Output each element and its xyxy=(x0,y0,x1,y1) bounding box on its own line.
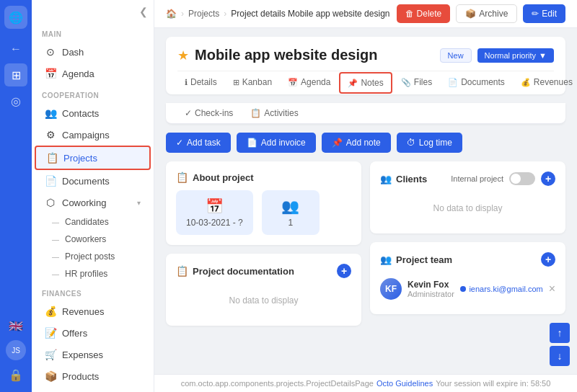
star-icon[interactable]: ★ xyxy=(177,48,189,63)
about-project-title-label: About project xyxy=(193,172,254,183)
activities-icon: 📋 xyxy=(250,108,261,118)
subtab-activities[interactable]: 📋 Activities xyxy=(243,103,305,123)
project-docs-title-label: Project documentation xyxy=(193,266,294,277)
subtab-checkins[interactable]: ✓ Check-ins xyxy=(177,103,240,123)
add-task-button[interactable]: ✓ Add task xyxy=(166,133,231,153)
scroll-down-button[interactable]: ↓ xyxy=(550,346,570,366)
scroll-buttons: ↑ ↓ xyxy=(550,323,570,366)
members-info-box: 👥 1 xyxy=(262,190,320,235)
scroll-up-button[interactable]: ↑ xyxy=(550,323,570,343)
member-email: ienars.ki@gmail.com xyxy=(460,285,542,293)
nav-projects[interactable]: 📋 Projects xyxy=(35,146,151,170)
tab-kanban[interactable]: ⊞ Kanban xyxy=(226,71,279,94)
project-docs-header: 📋 Project documentation + xyxy=(176,264,351,278)
sidebar-nav: ❮ MAIN ⊙ Dash 📅 Agenda COOPERATION 👥 Con… xyxy=(32,0,154,392)
clients-title: 👥 Clients xyxy=(380,174,427,184)
add-team-member-button[interactable]: + xyxy=(541,252,555,267)
nav-offers-label: Offers xyxy=(62,328,87,339)
nav-project-posts[interactable]: Project posts xyxy=(32,248,154,265)
breadcrumb-sep1: › xyxy=(181,9,184,19)
campaigns-icon: ⚙ xyxy=(45,129,56,141)
nav-agenda[interactable]: 📅 Agenda xyxy=(35,63,151,84)
coworking-icon: ⬡ xyxy=(45,197,56,208)
nav-offers[interactable]: 📝 Offers xyxy=(35,322,151,344)
email-dot-icon xyxy=(460,286,466,292)
documents-icon: 📄 xyxy=(45,175,56,187)
user-avatar-icon[interactable]: JS xyxy=(6,340,26,360)
priority-badge[interactable]: Normal priority ▼ xyxy=(477,48,554,63)
circle-icon[interactable]: ◎ xyxy=(4,89,27,112)
flag-icon[interactable]: 🇬🇧 xyxy=(4,314,27,337)
nav-dash-label: Dash xyxy=(62,47,84,58)
app-logo[interactable]: 🌐 xyxy=(4,6,27,29)
nav-documents-label: Documents xyxy=(62,176,110,187)
nav-coworking-label: Coworking xyxy=(62,197,106,208)
remove-member-button[interactable]: × xyxy=(549,282,555,295)
nav-dash[interactable]: ⊙ Dash xyxy=(35,41,151,63)
expenses-icon: 🛒 xyxy=(45,349,56,360)
nav-revenues[interactable]: 💰 Revenues xyxy=(35,300,151,322)
project-area: ★ Mobile app website design New Normal p… xyxy=(154,28,577,374)
footer-session: Your session will expire in: 58:50 xyxy=(436,379,550,388)
tab-agenda[interactable]: 📅 Agenda xyxy=(281,71,338,94)
tab-revenues-label: Revenues xyxy=(534,77,573,87)
sub-tabs-row: ✓ Check-ins 📋 Activities xyxy=(166,103,565,124)
add-client-button[interactable]: + xyxy=(541,172,555,186)
tab-details[interactable]: ℹ Details xyxy=(177,71,224,94)
kanban-tab-icon: ⊞ xyxy=(233,78,239,87)
collapse-button[interactable]: ❮ xyxy=(139,6,148,17)
tab-details-label: Details xyxy=(190,77,217,87)
nav-project-posts-label: Project posts xyxy=(65,251,115,262)
revenues-tab-icon: 💰 xyxy=(521,78,531,87)
priority-label: Normal priority xyxy=(485,51,537,60)
bottom-footer: com.octo.app.components.projects.Project… xyxy=(154,374,577,392)
archive-button[interactable]: 📦 Archive xyxy=(456,4,517,23)
nav-hr-profiles-label: HR profiles xyxy=(65,269,107,279)
add-invoice-button[interactable]: 📄 Add invoice xyxy=(237,133,316,153)
member-avatar: KF xyxy=(380,278,402,300)
back-icon[interactable]: ← xyxy=(4,37,27,61)
documents-tab-icon: 📄 xyxy=(448,78,458,87)
nav-expenses[interactable]: 🛒 Expenses xyxy=(35,344,151,365)
grid-icon[interactable]: ⊞ xyxy=(4,63,27,86)
tab-revenues[interactable]: 💰 Revenues xyxy=(514,71,577,94)
action-btns-row: ✓ Add task 📄 Add invoice 📌 Add note ⏱ Lo… xyxy=(166,133,565,153)
about-project-card: 📋 About project 📅 10-03-2021 - ? 👥 1 xyxy=(166,161,361,245)
nav-coworking[interactable]: ⬡ Coworking ▾ xyxy=(35,192,151,213)
footer-link[interactable]: Octo Guidelines xyxy=(376,379,433,388)
edit-button[interactable]: ✏ Edit xyxy=(523,4,565,23)
nav-coworkers[interactable]: Coworkers xyxy=(32,231,154,248)
section-main-label: MAIN xyxy=(32,23,154,41)
add-doc-button[interactable]: + xyxy=(337,264,351,278)
add-task-icon: ✓ xyxy=(176,138,183,148)
home-icon[interactable]: 🏠 xyxy=(166,9,177,19)
tab-notes[interactable]: 📌 Notes xyxy=(339,72,392,94)
add-task-label: Add task xyxy=(187,138,221,148)
tab-notes-label: Notes xyxy=(361,78,383,88)
nav-campaigns[interactable]: ⚙ Campaigns xyxy=(35,124,151,146)
internal-project-label: Internal project xyxy=(451,174,503,183)
nav-candidates[interactable]: Candidates xyxy=(32,213,154,231)
add-note-icon: 📌 xyxy=(332,138,343,148)
files-tab-icon: 📎 xyxy=(401,78,411,87)
delete-button[interactable]: 🗑 Delete xyxy=(397,4,451,23)
about-project-title: 📋 About project xyxy=(176,172,254,183)
toggle-knob xyxy=(511,174,521,184)
nav-products[interactable]: 📦 Products xyxy=(35,365,151,387)
internal-project-toggle[interactable] xyxy=(509,172,535,185)
project-title: Mobile app website design xyxy=(195,47,377,63)
breadcrumb: 🏠 › Projects › Project details Mobile ap… xyxy=(166,9,389,19)
nav-hr-profiles[interactable]: HR profiles xyxy=(32,265,154,282)
tab-files[interactable]: 📎 Files xyxy=(394,71,439,94)
nav-documents[interactable]: 📄 Documents xyxy=(35,170,151,192)
checkins-icon: ✓ xyxy=(185,108,192,118)
breadcrumb-projects[interactable]: Projects xyxy=(188,9,219,19)
nav-contacts-label: Contacts xyxy=(62,108,99,119)
tab-documents[interactable]: 📄 Documents xyxy=(441,71,512,94)
add-note-button[interactable]: 📌 Add note xyxy=(322,133,391,153)
project-docs-icon: 📋 xyxy=(176,265,188,277)
tabs-row: ℹ Details ⊞ Kanban 📅 Agenda 📌 Notes 📎 xyxy=(177,71,554,94)
lock-icon[interactable]: 🔒 xyxy=(4,363,27,386)
log-time-button[interactable]: ⏱ Log time xyxy=(397,133,462,153)
nav-contacts[interactable]: 👥 Contacts xyxy=(35,102,151,124)
